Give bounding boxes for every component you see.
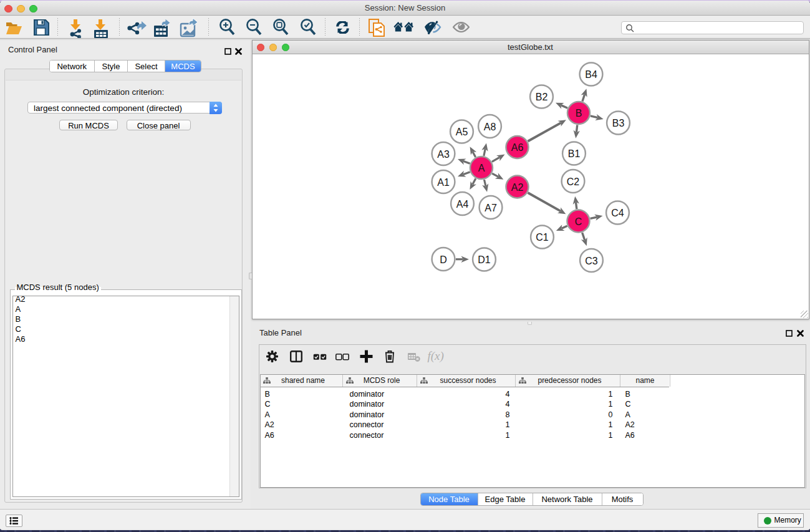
svg-text:B1: B1 <box>567 148 580 159</box>
svg-text:C4: C4 <box>611 208 624 218</box>
svg-text:A: A <box>478 163 485 173</box>
svg-text:A4: A4 <box>456 198 468 209</box>
svg-text:B4: B4 <box>585 69 597 80</box>
svg-text:A8: A8 <box>483 121 496 132</box>
svg-text:B2: B2 <box>535 92 547 102</box>
svg-text:B: B <box>575 108 582 118</box>
svg-text:C: C <box>574 216 582 226</box>
svg-text:C2: C2 <box>566 176 579 186</box>
svg-text:A6: A6 <box>511 142 523 153</box>
svg-text:B3: B3 <box>612 118 624 128</box>
svg-text:A3: A3 <box>437 148 450 159</box>
svg-text:D: D <box>440 254 447 264</box>
svg-text:A5: A5 <box>455 127 468 137</box>
svg-text:A7: A7 <box>485 202 497 213</box>
svg-text:C1: C1 <box>536 232 549 243</box>
svg-text:A1: A1 <box>437 177 450 187</box>
svg-text:C3: C3 <box>585 255 598 266</box>
svg-text:A2: A2 <box>511 181 523 192</box>
svg-text:D1: D1 <box>478 254 491 265</box>
